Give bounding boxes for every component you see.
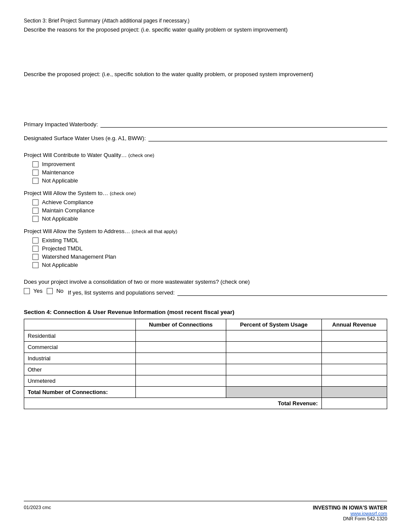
check-item-system-not-applicable[interactable]: Not Applicable <box>32 215 387 222</box>
label-projected-tmdl: Projected TMDL <box>42 245 83 252</box>
designated-uses-input[interactable] <box>148 134 387 141</box>
label-existing-tmdl: Existing TMDL <box>42 237 78 244</box>
table-row: Commercial <box>24 342 387 353</box>
label-wq-not-applicable: Not Applicable <box>42 177 78 184</box>
cell-residential-percent[interactable] <box>226 330 321 342</box>
section4-title: Section 4: Connection & User Revenue Inf… <box>24 309 387 315</box>
checkbox-watershed-plan[interactable] <box>32 254 39 260</box>
label-address-not-applicable: Not Applicable <box>42 262 78 268</box>
cell-unmetered-percent[interactable] <box>226 375 321 387</box>
footer-brand: INVESTING IN IOWA'S WATER <box>313 505 387 511</box>
address-title: Project Will Allow the System to Address… <box>24 228 387 234</box>
describe-reasons-label: Describe the reasons for the proposed pr… <box>24 26 387 33</box>
if-yes-label: If yes, list systems and populations ser… <box>68 289 175 296</box>
cell-other-connections[interactable] <box>135 364 226 375</box>
cell-commercial-revenue[interactable] <box>321 342 387 353</box>
label-maintenance: Maintenance <box>42 169 74 176</box>
label-no: No <box>56 288 64 294</box>
check-item-yes[interactable]: Yes <box>24 288 42 294</box>
primary-waterbody-input[interactable] <box>100 120 387 128</box>
table-header-row: Number of Connections Percent of System … <box>24 319 387 330</box>
checkbox-achieve-compliance[interactable] <box>32 199 39 205</box>
cell-residential-connections[interactable] <box>135 330 226 342</box>
footer-link[interactable]: www.iowasrf.com <box>313 511 387 516</box>
primary-waterbody-field: Primary Impacted Waterbody: <box>24 120 387 128</box>
check-item-existing-tmdl[interactable]: Existing TMDL <box>32 237 387 244</box>
label-maintain-compliance: Maintain Compliance <box>42 207 94 214</box>
consolidation-row: Yes No If yes, list systems and populati… <box>24 288 387 296</box>
total-connections-shaded2 <box>321 387 387 398</box>
if-yes-input[interactable] <box>177 288 387 296</box>
label-watershed-plan: Watershed Management Plan <box>42 253 116 260</box>
total-connections-shaded1 <box>226 387 321 398</box>
system-to-note: (check one) <box>110 191 136 196</box>
cell-unmetered-revenue[interactable] <box>321 375 387 387</box>
proposed-text-area[interactable] <box>24 79 387 109</box>
checkbox-maintenance[interactable] <box>32 170 39 176</box>
check-item-projected-tmdl[interactable]: Projected TMDL <box>32 245 387 252</box>
row-label-industrial: Industrial <box>24 353 136 364</box>
col-header-connections: Number of Connections <box>135 319 226 330</box>
cell-industrial-percent[interactable] <box>226 353 321 364</box>
total-connections-row: Total Number of Connections: <box>24 387 387 398</box>
check-item-maintenance[interactable]: Maintenance <box>32 169 387 176</box>
cell-other-percent[interactable] <box>226 364 321 375</box>
footer: 01/2023 cmc INVESTING IN IOWA'S WATER ww… <box>24 501 387 521</box>
cell-commercial-percent[interactable] <box>226 342 321 353</box>
checkbox-yes[interactable] <box>24 288 30 294</box>
check-item-address-not-applicable[interactable]: Not Applicable <box>32 262 387 268</box>
row-label-residential: Residential <box>24 330 136 342</box>
water-quality-title: Project Will Contribute to Water Quality… <box>24 152 387 158</box>
row-label-other: Other <box>24 364 136 375</box>
check-item-achieve-compliance[interactable]: Achieve Compliance <box>32 199 387 205</box>
check-item-watershed-plan[interactable]: Watershed Management Plan <box>32 253 387 260</box>
water-quality-title-text: Project Will Contribute to Water Quality… <box>24 152 127 158</box>
label-improvement: Improvement <box>42 161 75 167</box>
check-item-no[interactable]: No <box>47 288 64 294</box>
section3-title-text: Section 3: Brief Project Summary <box>24 18 100 24</box>
designated-uses-field: Designated Surface Water Uses (e.g. A1, … <box>24 134 387 141</box>
check-item-maintain-compliance[interactable]: Maintain Compliance <box>32 207 387 214</box>
checkbox-system-not-applicable[interactable] <box>32 216 39 222</box>
address-note: (check all that apply) <box>132 229 177 234</box>
total-connections-label: Total Number of Connections: <box>24 387 136 398</box>
primary-waterbody-label: Primary Impacted Waterbody: <box>24 121 98 128</box>
reasons-text-area[interactable] <box>24 35 387 65</box>
checkbox-no[interactable] <box>47 288 53 294</box>
cell-commercial-connections[interactable] <box>135 342 226 353</box>
cell-industrial-revenue[interactable] <box>321 353 387 364</box>
cell-other-revenue[interactable] <box>321 364 387 375</box>
cell-unmetered-connections[interactable] <box>135 375 226 387</box>
footer-date: 01/2023 cmc <box>24 505 51 510</box>
total-revenue-label: Total Revenue: <box>24 398 322 409</box>
label-yes: Yes <box>33 288 42 294</box>
total-connections-value[interactable] <box>135 387 226 398</box>
checkbox-projected-tmdl[interactable] <box>32 246 39 252</box>
checkbox-wq-not-applicable[interactable] <box>32 178 39 184</box>
section3-title-note: (Attach additional pages if necessary.) <box>102 18 190 24</box>
checkbox-address-not-applicable[interactable] <box>32 262 39 268</box>
row-label-unmetered: Unmetered <box>24 375 136 387</box>
consolidation-note: (check one) <box>221 279 250 285</box>
table-row: Unmetered <box>24 375 387 387</box>
col-header-revenue: Annual Revenue <box>321 319 387 330</box>
label-achieve-compliance: Achieve Compliance <box>42 199 93 205</box>
describe-proposed-label: Describe the proposed project: (i.e., sp… <box>24 71 387 77</box>
table-row: Industrial <box>24 353 387 364</box>
checkbox-maintain-compliance[interactable] <box>32 208 39 214</box>
revenue-table: Number of Connections Percent of System … <box>24 319 387 409</box>
check-item-wq-not-applicable[interactable]: Not Applicable <box>32 177 387 184</box>
table-row: Other <box>24 364 387 375</box>
checkbox-existing-tmdl[interactable] <box>32 237 39 244</box>
designated-uses-label: Designated Surface Water Uses (e.g. A1, … <box>24 135 146 141</box>
total-revenue-row: Total Revenue: <box>24 398 387 409</box>
cell-residential-revenue[interactable] <box>321 330 387 342</box>
section3-title: Section 3: Brief Project Summary (Attach… <box>24 17 387 24</box>
cell-industrial-connections[interactable] <box>135 353 226 364</box>
total-revenue-value[interactable] <box>321 398 387 409</box>
checkbox-improvement[interactable] <box>32 161 39 167</box>
check-item-improvement[interactable]: Improvement <box>32 161 387 167</box>
col-header-label <box>24 319 136 330</box>
address-title-text: Project Will Allow the System to Address… <box>24 228 130 234</box>
footer-form-number: DNR Form 542-1320 <box>313 516 387 521</box>
